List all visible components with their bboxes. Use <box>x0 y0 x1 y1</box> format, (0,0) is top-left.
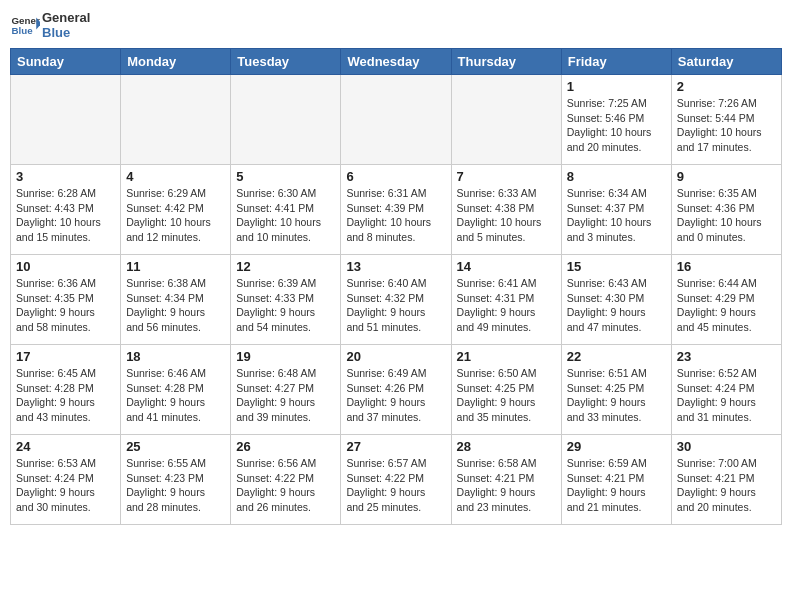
calendar-cell: 21Sunrise: 6:50 AM Sunset: 4:25 PM Dayli… <box>451 345 561 435</box>
day-number: 9 <box>677 169 776 184</box>
day-info: Sunrise: 6:29 AM Sunset: 4:42 PM Dayligh… <box>126 186 225 245</box>
day-number: 1 <box>567 79 666 94</box>
calendar-cell: 2Sunrise: 7:26 AM Sunset: 5:44 PM Daylig… <box>671 75 781 165</box>
calendar-cell: 16Sunrise: 6:44 AM Sunset: 4:29 PM Dayli… <box>671 255 781 345</box>
day-number: 17 <box>16 349 115 364</box>
day-number: 18 <box>126 349 225 364</box>
day-info: Sunrise: 6:40 AM Sunset: 4:32 PM Dayligh… <box>346 276 445 335</box>
weekday-header-sunday: Sunday <box>11 49 121 75</box>
day-number: 6 <box>346 169 445 184</box>
day-number: 11 <box>126 259 225 274</box>
day-info: Sunrise: 6:31 AM Sunset: 4:39 PM Dayligh… <box>346 186 445 245</box>
day-number: 8 <box>567 169 666 184</box>
weekday-header-saturday: Saturday <box>671 49 781 75</box>
day-info: Sunrise: 6:56 AM Sunset: 4:22 PM Dayligh… <box>236 456 335 515</box>
weekday-header-wednesday: Wednesday <box>341 49 451 75</box>
day-number: 16 <box>677 259 776 274</box>
calendar-cell: 15Sunrise: 6:43 AM Sunset: 4:30 PM Dayli… <box>561 255 671 345</box>
calendar-cell <box>11 75 121 165</box>
calendar-cell: 19Sunrise: 6:48 AM Sunset: 4:27 PM Dayli… <box>231 345 341 435</box>
day-number: 13 <box>346 259 445 274</box>
day-info: Sunrise: 6:30 AM Sunset: 4:41 PM Dayligh… <box>236 186 335 245</box>
day-info: Sunrise: 6:51 AM Sunset: 4:25 PM Dayligh… <box>567 366 666 425</box>
calendar-cell: 5Sunrise: 6:30 AM Sunset: 4:41 PM Daylig… <box>231 165 341 255</box>
day-number: 28 <box>457 439 556 454</box>
weekday-header-row: SundayMondayTuesdayWednesdayThursdayFrid… <box>11 49 782 75</box>
day-info: Sunrise: 6:58 AM Sunset: 4:21 PM Dayligh… <box>457 456 556 515</box>
day-number: 2 <box>677 79 776 94</box>
day-number: 7 <box>457 169 556 184</box>
calendar-cell: 4Sunrise: 6:29 AM Sunset: 4:42 PM Daylig… <box>121 165 231 255</box>
day-info: Sunrise: 6:43 AM Sunset: 4:30 PM Dayligh… <box>567 276 666 335</box>
day-info: Sunrise: 7:26 AM Sunset: 5:44 PM Dayligh… <box>677 96 776 155</box>
calendar-cell: 10Sunrise: 6:36 AM Sunset: 4:35 PM Dayli… <box>11 255 121 345</box>
day-number: 19 <box>236 349 335 364</box>
calendar-cell <box>341 75 451 165</box>
calendar-cell: 13Sunrise: 6:40 AM Sunset: 4:32 PM Dayli… <box>341 255 451 345</box>
day-number: 23 <box>677 349 776 364</box>
calendar-cell: 7Sunrise: 6:33 AM Sunset: 4:38 PM Daylig… <box>451 165 561 255</box>
svg-text:General: General <box>12 15 41 26</box>
day-info: Sunrise: 6:36 AM Sunset: 4:35 PM Dayligh… <box>16 276 115 335</box>
calendar-cell: 25Sunrise: 6:55 AM Sunset: 4:23 PM Dayli… <box>121 435 231 525</box>
calendar-cell: 14Sunrise: 6:41 AM Sunset: 4:31 PM Dayli… <box>451 255 561 345</box>
calendar-cell: 24Sunrise: 6:53 AM Sunset: 4:24 PM Dayli… <box>11 435 121 525</box>
day-info: Sunrise: 6:55 AM Sunset: 4:23 PM Dayligh… <box>126 456 225 515</box>
day-number: 24 <box>16 439 115 454</box>
day-info: Sunrise: 6:28 AM Sunset: 4:43 PM Dayligh… <box>16 186 115 245</box>
day-number: 3 <box>16 169 115 184</box>
weekday-header-thursday: Thursday <box>451 49 561 75</box>
calendar-cell: 1Sunrise: 7:25 AM Sunset: 5:46 PM Daylig… <box>561 75 671 165</box>
calendar-cell: 26Sunrise: 6:56 AM Sunset: 4:22 PM Dayli… <box>231 435 341 525</box>
day-number: 15 <box>567 259 666 274</box>
calendar-cell: 30Sunrise: 7:00 AM Sunset: 4:21 PM Dayli… <box>671 435 781 525</box>
calendar-cell: 11Sunrise: 6:38 AM Sunset: 4:34 PM Dayli… <box>121 255 231 345</box>
day-info: Sunrise: 6:59 AM Sunset: 4:21 PM Dayligh… <box>567 456 666 515</box>
day-number: 29 <box>567 439 666 454</box>
weekday-header-tuesday: Tuesday <box>231 49 341 75</box>
page-header: General Blue General Blue <box>10 10 782 40</box>
calendar-cell: 28Sunrise: 6:58 AM Sunset: 4:21 PM Dayli… <box>451 435 561 525</box>
day-number: 20 <box>346 349 445 364</box>
calendar-cell: 27Sunrise: 6:57 AM Sunset: 4:22 PM Dayli… <box>341 435 451 525</box>
day-number: 30 <box>677 439 776 454</box>
calendar-cell: 8Sunrise: 6:34 AM Sunset: 4:37 PM Daylig… <box>561 165 671 255</box>
day-info: Sunrise: 6:48 AM Sunset: 4:27 PM Dayligh… <box>236 366 335 425</box>
calendar-cell: 3Sunrise: 6:28 AM Sunset: 4:43 PM Daylig… <box>11 165 121 255</box>
logo-icon: General Blue <box>10 10 40 40</box>
day-info: Sunrise: 6:44 AM Sunset: 4:29 PM Dayligh… <box>677 276 776 335</box>
day-number: 21 <box>457 349 556 364</box>
day-info: Sunrise: 7:25 AM Sunset: 5:46 PM Dayligh… <box>567 96 666 155</box>
day-number: 22 <box>567 349 666 364</box>
day-info: Sunrise: 6:50 AM Sunset: 4:25 PM Dayligh… <box>457 366 556 425</box>
calendar-cell: 6Sunrise: 6:31 AM Sunset: 4:39 PM Daylig… <box>341 165 451 255</box>
calendar-cell: 18Sunrise: 6:46 AM Sunset: 4:28 PM Dayli… <box>121 345 231 435</box>
day-info: Sunrise: 6:34 AM Sunset: 4:37 PM Dayligh… <box>567 186 666 245</box>
day-number: 25 <box>126 439 225 454</box>
calendar-cell: 29Sunrise: 6:59 AM Sunset: 4:21 PM Dayli… <box>561 435 671 525</box>
calendar-body: 1Sunrise: 7:25 AM Sunset: 5:46 PM Daylig… <box>11 75 782 525</box>
day-number: 27 <box>346 439 445 454</box>
week-row-4: 17Sunrise: 6:45 AM Sunset: 4:28 PM Dayli… <box>11 345 782 435</box>
day-number: 5 <box>236 169 335 184</box>
day-info: Sunrise: 7:00 AM Sunset: 4:21 PM Dayligh… <box>677 456 776 515</box>
day-info: Sunrise: 6:52 AM Sunset: 4:24 PM Dayligh… <box>677 366 776 425</box>
day-info: Sunrise: 6:49 AM Sunset: 4:26 PM Dayligh… <box>346 366 445 425</box>
calendar-cell <box>121 75 231 165</box>
calendar-table: SundayMondayTuesdayWednesdayThursdayFrid… <box>10 48 782 525</box>
logo: General Blue General Blue <box>10 10 90 40</box>
day-info: Sunrise: 6:53 AM Sunset: 4:24 PM Dayligh… <box>16 456 115 515</box>
day-info: Sunrise: 6:35 AM Sunset: 4:36 PM Dayligh… <box>677 186 776 245</box>
day-number: 26 <box>236 439 335 454</box>
logo-general: General <box>42 10 90 25</box>
day-info: Sunrise: 6:38 AM Sunset: 4:34 PM Dayligh… <box>126 276 225 335</box>
day-number: 12 <box>236 259 335 274</box>
week-row-1: 1Sunrise: 7:25 AM Sunset: 5:46 PM Daylig… <box>11 75 782 165</box>
week-row-5: 24Sunrise: 6:53 AM Sunset: 4:24 PM Dayli… <box>11 435 782 525</box>
calendar-cell: 12Sunrise: 6:39 AM Sunset: 4:33 PM Dayli… <box>231 255 341 345</box>
day-info: Sunrise: 6:39 AM Sunset: 4:33 PM Dayligh… <box>236 276 335 335</box>
day-number: 4 <box>126 169 225 184</box>
day-info: Sunrise: 6:33 AM Sunset: 4:38 PM Dayligh… <box>457 186 556 245</box>
weekday-header-monday: Monday <box>121 49 231 75</box>
calendar-cell: 22Sunrise: 6:51 AM Sunset: 4:25 PM Dayli… <box>561 345 671 435</box>
